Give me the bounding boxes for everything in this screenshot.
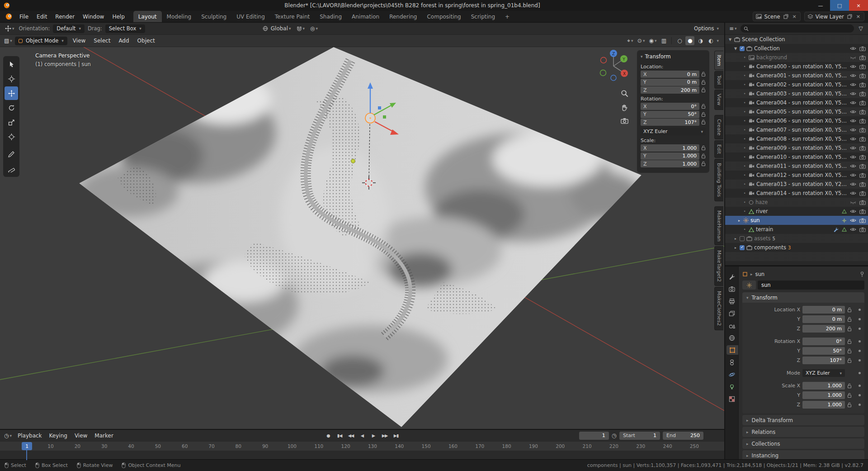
outliner-editor-icon[interactable]: ≡▾ <box>728 24 738 33</box>
camera-view-icon[interactable] <box>621 118 628 124</box>
options-button[interactable]: Options▾ <box>694 25 721 32</box>
expand-arrow-icon[interactable]: ▸ <box>737 219 741 223</box>
lock-icon[interactable] <box>701 80 706 85</box>
remove-view-layer-icon[interactable]: × <box>855 14 861 19</box>
lock-icon[interactable] <box>701 153 706 159</box>
render-visibility-icon[interactable] <box>859 109 866 114</box>
sidebar-tab[interactable]: Edit <box>714 140 723 158</box>
hide-eye-icon[interactable] <box>850 218 856 223</box>
outliner-row-river[interactable]: • river <box>725 207 868 216</box>
rotation-x-field[interactable]: X0° <box>641 103 699 110</box>
render-visibility-icon[interactable] <box>859 164 866 169</box>
hide-eye-icon[interactable] <box>850 173 856 177</box>
hide-eye-icon[interactable] <box>850 146 856 150</box>
shading-dropdown-icon[interactable]: ▾ <box>717 38 719 43</box>
outliner-row-haze[interactable]: • haze <box>725 198 868 207</box>
play-button[interactable]: ▶ <box>368 431 378 440</box>
animate-dot[interactable] <box>859 318 861 320</box>
prop-location-x[interactable]: 0 m <box>802 306 845 314</box>
scale-y-field[interactable]: Y1.000 <box>641 152 699 160</box>
rotation-mode-dropdown[interactable]: XYZ Euler▾ <box>641 128 706 135</box>
lock-icon[interactable] <box>847 402 854 408</box>
next-keyframe-button[interactable]: ▶▶ <box>380 431 390 440</box>
minimize-button[interactable]: — <box>811 0 830 11</box>
render-visibility-icon[interactable] <box>859 200 866 205</box>
lock-icon[interactable] <box>701 119 706 125</box>
current-frame-field[interactable]: 1 <box>579 432 609 440</box>
workspace-tab[interactable]: Sculpting <box>196 11 231 22</box>
viewport-3d-scene[interactable] <box>0 47 724 429</box>
render-visibility-icon[interactable] <box>859 227 866 232</box>
npanel-header[interactable]: ▾ Transform <box>641 53 706 62</box>
measure-tool[interactable] <box>5 162 18 176</box>
timeline-editor-icon[interactable]: ◷▾ <box>3 431 13 440</box>
prop-location-z[interactable]: 200 m <box>802 325 845 333</box>
hide-eye-icon[interactable] <box>850 128 856 132</box>
view-layer-selector[interactable]: View Layer × <box>804 12 864 21</box>
outliner-row-background[interactable]: • background <box>725 53 868 62</box>
selectability-dropdown[interactable]: ⌖▾ <box>626 36 635 45</box>
outliner-row-camera[interactable]: • Camera005 - sun rotation X0, Y50, Z107 <box>725 107 868 116</box>
record-button[interactable]: ● <box>323 431 333 440</box>
viewport-menu-item[interactable]: Select <box>90 36 114 46</box>
outliner-row-camera[interactable]: • Camera007 - sun rotation X0, Y50, Z50 <box>725 125 868 134</box>
lock-icon[interactable] <box>847 358 854 363</box>
workspace-tab[interactable]: Scripting <box>466 11 500 22</box>
timeline-tracks[interactable] <box>0 451 724 459</box>
transform-tool[interactable] <box>5 130 18 143</box>
auto-keying-clock-icon[interactable]: ◷ <box>612 432 617 439</box>
lock-icon[interactable] <box>701 71 706 77</box>
prop-rotation-x[interactable]: 0° <box>802 338 845 345</box>
prop-rotation-z[interactable]: 107° <box>802 357 845 364</box>
animate-dot[interactable] <box>859 328 861 330</box>
viewport-menu-item[interactable]: View <box>69 36 90 46</box>
render-visibility-icon[interactable] <box>859 155 866 160</box>
prop-location-y[interactable]: 0 m <box>802 315 845 323</box>
add-workspace-button[interactable]: + <box>500 11 514 22</box>
render-visibility-icon[interactable] <box>859 82 866 87</box>
lock-icon[interactable] <box>701 161 706 167</box>
expand-arrow-icon[interactable]: ▼ <box>728 38 732 42</box>
outliner-row-camera[interactable]: • Camera001 - sun rotation X0, Y50, Z50 <box>725 71 868 80</box>
workspace-tab[interactable]: Animation <box>347 11 384 22</box>
tab-world[interactable] <box>725 333 738 343</box>
rotation-z-field[interactable]: Z107° <box>641 119 699 126</box>
menu-item[interactable]: Edit <box>33 12 51 22</box>
collection-checkbox[interactable] <box>740 245 745 250</box>
blender-menu-icon[interactable] <box>2 13 15 20</box>
rotation-mode-dropdown[interactable]: XYZ Euler▾ <box>802 369 845 377</box>
render-visibility-icon[interactable] <box>859 119 866 124</box>
animate-dot[interactable] <box>859 385 861 387</box>
overlays-toggle[interactable]: ◉▾ <box>647 36 658 45</box>
playhead[interactable]: 1 <box>22 442 32 450</box>
lock-icon[interactable] <box>701 87 706 93</box>
menu-item[interactable]: Render <box>51 12 79 22</box>
tab-output[interactable] <box>725 296 738 306</box>
drag-dropdown[interactable]: Select Box▾ <box>105 24 145 33</box>
menu-item[interactable]: File <box>15 12 33 22</box>
outliner-row-sun-selected[interactable]: ▸ sun <box>725 216 868 225</box>
frame-start-field[interactable]: Start1 <box>619 432 660 440</box>
tab-render[interactable] <box>725 284 738 294</box>
scene-selector[interactable]: Scene × <box>753 12 800 21</box>
xray-toggle[interactable]: ▥ <box>659 36 668 45</box>
viewport-menu-item[interactable]: Add <box>114 36 133 46</box>
outliner-row-camera[interactable]: • Camera006 - sun rotation X0, Y50, Z107 <box>725 116 868 125</box>
zoom-icon[interactable] <box>621 90 628 97</box>
timeline-menu-item[interactable]: Playback <box>14 431 46 440</box>
lock-icon[interactable] <box>701 104 706 109</box>
pan-hand-icon[interactable] <box>621 104 628 111</box>
sidebar-tab[interactable]: Create <box>714 115 723 140</box>
sidebar-tab[interactable]: View <box>714 90 723 109</box>
sidebar-tab[interactable]: MakeTarget2 <box>714 246 723 286</box>
hide-eye-icon[interactable] <box>850 82 856 87</box>
workspace-tab[interactable]: Texture Paint <box>270 11 315 22</box>
workspace-tab[interactable]: Rendering <box>384 11 422 22</box>
snap-magnet-icon[interactable]: ▾ <box>295 24 307 33</box>
prop-scale-x[interactable]: 1.000 <box>802 382 845 390</box>
outliner-row-assets[interactable]: ▸ assets 5 <box>725 234 868 243</box>
frame-end-field[interactable]: End250 <box>663 432 703 440</box>
hide-eye-icon[interactable] <box>850 191 856 195</box>
scale-z-field[interactable]: Z1.000 <box>641 160 699 167</box>
prop-rotation-y[interactable]: 50° <box>802 347 845 355</box>
